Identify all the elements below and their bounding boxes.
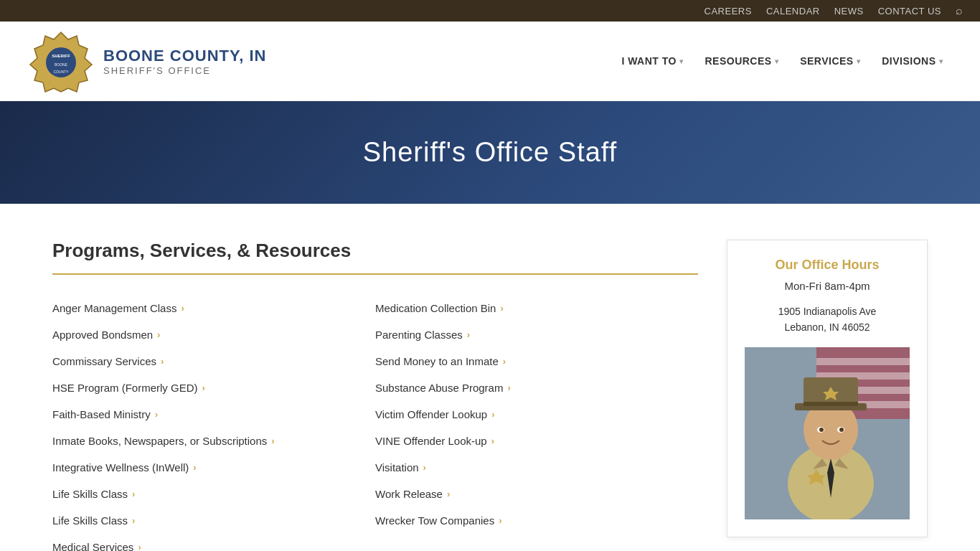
- list-item[interactable]: Visitation ›: [375, 454, 698, 481]
- list-item[interactable]: Life Skills Class ›: [52, 507, 375, 534]
- chevron-right-icon: ›: [181, 303, 184, 314]
- office-hours-card: Our Office Hours Mon-Fri 8am-4pm 1905 In…: [727, 240, 928, 537]
- chevron-right-icon: ›: [503, 356, 506, 367]
- main-nav: I WANT TO ▾ RESOURCES ▾ SERVICES ▾ DIVIS…: [613, 50, 951, 72]
- list-item[interactable]: Medication Collection Bin ›: [375, 295, 698, 321]
- list-item[interactable]: Commissary Services ›: [52, 348, 375, 375]
- chevron-right-icon: ›: [491, 409, 494, 420]
- sheriff-photo: [745, 347, 910, 519]
- site-name: BOONE COUNTY, IN: [103, 47, 266, 65]
- chevron-right-icon: ›: [161, 356, 164, 367]
- main-content: Programs, Services, & Resources Anger Ma…: [24, 204, 956, 551]
- chevron-right-icon: ›: [467, 329, 470, 340]
- chevron-down-icon: ▾: [939, 57, 943, 65]
- list-item[interactable]: Faith-Based Ministry ›: [52, 401, 375, 428]
- chevron-right-icon: ›: [491, 435, 494, 446]
- logo-area: SHERIFF BOONE COUNTY INDIANA BOONE COUNT…: [29, 29, 266, 93]
- list-item[interactable]: Inmate Books, Newspapers, or Subscriptio…: [52, 428, 375, 454]
- svg-text:COUNTY: COUNTY: [53, 70, 69, 74]
- programs-right-col: Medication Collection Bin › Parenting Cl…: [375, 295, 698, 551]
- list-item[interactable]: Parenting Classes ›: [375, 321, 698, 348]
- chevron-right-icon: ›: [423, 462, 426, 473]
- site-subtitle: SHERIFF'S OFFICE: [103, 65, 266, 76]
- chevron-right-icon: ›: [271, 435, 274, 446]
- chevron-right-icon: ›: [132, 515, 135, 526]
- list-item[interactable]: Integrative Wellness (InWell) ›: [52, 454, 375, 481]
- chevron-right-icon: ›: [155, 409, 158, 420]
- programs-left-col: Anger Management Class › Approved Bondsm…: [52, 295, 375, 551]
- chevron-down-icon: ▾: [679, 57, 684, 65]
- site-title: BOONE COUNTY, IN SHERIFF'S OFFICE: [103, 47, 266, 76]
- search-icon[interactable]: ⌕: [956, 4, 963, 17]
- sheriff-illustration: [745, 347, 910, 519]
- svg-text:SHERIFF: SHERIFF: [52, 54, 70, 58]
- list-item[interactable]: Send Money to an Inmate ›: [375, 348, 698, 375]
- hero-section: Sheriff's Office Staff: [0, 101, 980, 204]
- chevron-right-icon: ›: [507, 382, 510, 393]
- list-item[interactable]: Anger Management Class ›: [52, 295, 375, 321]
- programs-grid: Anger Management Class › Approved Bondsm…: [52, 295, 698, 551]
- office-hours-time: Mon-Fri 8am-4pm: [745, 280, 910, 292]
- section-divider: [52, 273, 698, 275]
- list-item[interactable]: VINE Offender Look-up ›: [375, 428, 698, 454]
- chevron-right-icon: ›: [138, 542, 141, 551]
- nav-i-want-to[interactable]: I WANT TO ▾: [613, 50, 692, 72]
- news-link[interactable]: NEWS: [834, 6, 864, 17]
- chevron-down-icon: ▾: [857, 57, 861, 65]
- list-item[interactable]: Work Release ›: [375, 481, 698, 507]
- list-item[interactable]: Victim Offender Lookup ›: [375, 401, 698, 428]
- chevron-down-icon: ▾: [775, 57, 779, 65]
- list-item[interactable]: Substance Abuse Program ›: [375, 375, 698, 401]
- site-header: SHERIFF BOONE COUNTY INDIANA BOONE COUNT…: [0, 22, 980, 101]
- nav-divisions[interactable]: DIVISIONS ▾: [873, 50, 951, 72]
- list-item[interactable]: Wrecker Tow Companies ›: [375, 507, 698, 534]
- svg-rect-17: [804, 402, 858, 406]
- top-bar: CAREERS CALENDAR NEWS CONTACT US ⌕: [0, 0, 980, 22]
- chevron-right-icon: ›: [499, 515, 501, 526]
- contact-link[interactable]: CONTACT US: [878, 6, 941, 17]
- list-item[interactable]: Approved Bondsmen ›: [52, 321, 375, 348]
- list-item[interactable]: Life Skills Class ›: [52, 481, 375, 507]
- office-hours-title: Our Office Hours: [745, 258, 910, 273]
- svg-text:INDIANA: INDIANA: [54, 77, 69, 81]
- chevron-right-icon: ›: [193, 462, 196, 473]
- list-item[interactable]: Medical Services ›: [52, 534, 375, 551]
- right-sidebar: Our Office Hours Mon-Fri 8am-4pm 1905 In…: [727, 240, 928, 551]
- chevron-right-icon: ›: [132, 489, 135, 499]
- list-item[interactable]: HSE Program (Formerly GED) ›: [52, 375, 375, 401]
- chevron-right-icon: ›: [202, 382, 205, 393]
- careers-link[interactable]: CAREERS: [705, 6, 752, 17]
- chevron-right-icon: ›: [447, 489, 450, 499]
- sheriff-badge-icon: SHERIFF BOONE COUNTY INDIANA: [29, 29, 93, 93]
- svg-point-21: [819, 428, 824, 432]
- svg-point-22: [839, 428, 844, 432]
- office-address: 1905 Indianapolis Ave Lebanon, IN 46052: [745, 303, 910, 336]
- calendar-link[interactable]: CALENDAR: [766, 6, 820, 17]
- section-title: Programs, Services, & Resources: [52, 240, 698, 262]
- svg-rect-8: [816, 358, 910, 365]
- nav-services[interactable]: SERVICES ▾: [791, 50, 869, 72]
- svg-text:BOONE: BOONE: [55, 62, 68, 67]
- programs-section: Programs, Services, & Resources Anger Ma…: [52, 240, 698, 551]
- chevron-right-icon: ›: [157, 329, 160, 340]
- page-title: Sheriff's Office Staff: [14, 137, 966, 168]
- chevron-right-icon: ›: [500, 303, 503, 314]
- nav-resources[interactable]: RESOURCES ▾: [696, 50, 787, 72]
